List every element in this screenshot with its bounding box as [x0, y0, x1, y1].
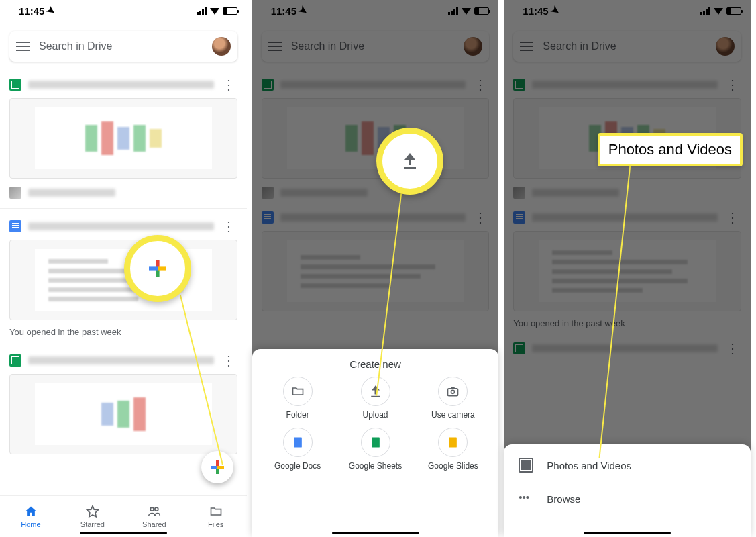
more-icon[interactable]: ⋮: [221, 352, 237, 369]
svg-rect-2: [448, 389, 458, 396]
status-time: 11:45: [271, 5, 296, 17]
nav-files[interactable]: Files: [185, 496, 247, 537]
file-row[interactable]: ⋮: [9, 71, 237, 98]
battery-icon: [726, 7, 741, 15]
search-bar[interactable]: Search in Drive: [262, 31, 490, 62]
status-bar: 11:45➤: [504, 0, 751, 19]
avatar[interactable]: [464, 37, 482, 56]
plus-icon: [149, 260, 166, 277]
section-label: You opened in the past week: [513, 314, 741, 335]
highlight-photos-label: Photos and Videos: [598, 133, 743, 166]
photos-icon: [519, 458, 533, 473]
more-icon[interactable]: ⋮: [724, 209, 741, 226]
avatar[interactable]: [716, 37, 735, 56]
file-row[interactable]: ⋮: [9, 213, 237, 240]
avatar[interactable]: [212, 37, 231, 56]
file-row[interactable]: ⋮: [262, 71, 490, 98]
nav-starred[interactable]: Starred: [62, 496, 123, 537]
file-name: [28, 81, 214, 89]
search-bar[interactable]: Search in Drive: [513, 31, 741, 62]
file-name: [28, 222, 214, 230]
upload-icon: [402, 153, 418, 169]
home-indicator: [80, 532, 167, 534]
upload-photos-videos[interactable]: Photos and Videos: [504, 448, 751, 482]
bottom-nav: Home Starred Shared Files: [0, 495, 247, 537]
file-thumbnail[interactable]: [513, 231, 741, 311]
nav-shared[interactable]: Shared: [123, 496, 185, 537]
signal-icon: [448, 7, 458, 15]
wifi-icon: [210, 6, 219, 15]
status-bar: 11:45➤: [252, 0, 499, 19]
file-row[interactable]: ⋮: [262, 204, 490, 231]
more-icon[interactable]: ⋮: [472, 77, 489, 93]
svg-point-1: [155, 507, 158, 511]
docs-icon: [513, 211, 525, 224]
phone-1: 11:45➤ Search in Drive ⋮ ⋮ You opened in…: [0, 0, 252, 537]
file-row[interactable]: ⋮: [513, 204, 741, 231]
sheets-icon: [9, 79, 21, 91]
file-thumbnail[interactable]: [262, 231, 490, 311]
fab-new-button[interactable]: [201, 451, 233, 483]
file-list: ⋮ ⋮ You opened in the past week ⋮: [504, 62, 751, 362]
sheet-title: Create new: [252, 349, 499, 374]
menu-icon[interactable]: [520, 42, 533, 51]
file-list: ⋮ ⋮ You opened in the past week ⋮: [0, 62, 247, 454]
file-name: [532, 344, 718, 352]
battery-icon: [223, 7, 237, 15]
location-icon: ➤: [44, 3, 58, 18]
more-horizontal-icon: •••: [519, 491, 533, 506]
sheets-icon: [513, 79, 525, 91]
create-upload[interactable]: Upload: [337, 377, 415, 420]
highlight-fab: [124, 235, 191, 302]
svg-rect-4: [294, 438, 302, 448]
file-row[interactable]: ⋮: [9, 347, 237, 374]
highlight-upload: [376, 128, 443, 195]
signal-icon: [197, 7, 207, 15]
wifi-icon: [714, 6, 723, 15]
more-icon[interactable]: ⋮: [221, 77, 237, 93]
svg-rect-5: [372, 438, 380, 448]
create-camera[interactable]: Use camera: [414, 377, 492, 420]
file-list: ⋮ ⋮: [252, 62, 499, 311]
svg-rect-6: [449, 438, 457, 448]
more-icon[interactable]: ⋮: [221, 218, 237, 234]
upload-browse[interactable]: ••• Browse: [504, 482, 751, 516]
location-icon: ➤: [296, 3, 311, 18]
svg-point-0: [150, 507, 154, 511]
file-name: [28, 189, 115, 197]
battery-icon: [474, 7, 489, 15]
home-indicator: [332, 532, 419, 534]
sheets-icon: [9, 354, 21, 367]
location-icon: ➤: [549, 3, 563, 18]
sheets-icon: [262, 79, 274, 91]
file-thumbnail[interactable]: [262, 98, 490, 179]
image-icon: [262, 187, 274, 199]
file-thumbnail[interactable]: [9, 240, 237, 320]
svg-point-3: [451, 390, 455, 393]
file-row[interactable]: [262, 181, 490, 204]
menu-icon[interactable]: [268, 42, 282, 51]
more-icon[interactable]: ⋮: [472, 209, 489, 226]
wifi-icon: [462, 6, 471, 15]
file-row[interactable]: ⋮: [513, 335, 741, 362]
file-row[interactable]: ⋮: [513, 71, 741, 98]
file-name: [532, 81, 718, 89]
file-name: [280, 81, 466, 89]
docs-icon: [262, 211, 274, 224]
search-bar[interactable]: Search in Drive: [9, 31, 237, 62]
file-thumbnail[interactable]: [9, 98, 237, 179]
nav-home[interactable]: Home: [0, 496, 62, 537]
create-slides[interactable]: Google Slides: [414, 428, 492, 471]
search-placeholder: Search in Drive: [291, 40, 455, 52]
file-row[interactable]: [9, 181, 237, 204]
create-docs[interactable]: Google Docs: [259, 428, 337, 471]
create-folder[interactable]: Folder: [259, 377, 337, 420]
create-sheets[interactable]: Google Sheets: [337, 428, 415, 471]
sheets-icon: [513, 342, 525, 354]
status-bar: 11:45➤: [0, 0, 247, 19]
status-time: 11:45: [19, 5, 44, 17]
menu-icon[interactable]: [16, 42, 30, 51]
search-placeholder: Search in Drive: [543, 40, 706, 52]
more-icon[interactable]: ⋮: [724, 340, 741, 356]
more-icon[interactable]: ⋮: [724, 77, 741, 93]
